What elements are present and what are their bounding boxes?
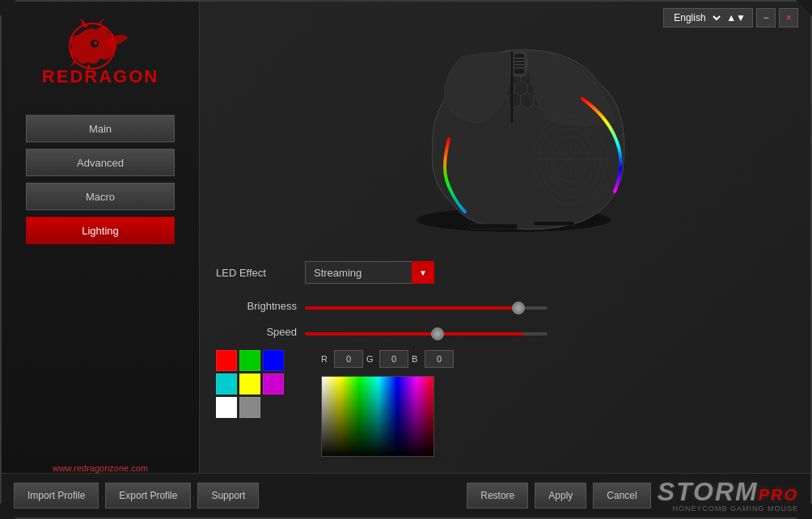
led-effect-row: LED Effect Static Breathing Wave Streami… [216,261,794,284]
logo-area: REDRAGON [2,2,199,115]
import-profile-button[interactable]: Import Profile [14,483,99,508]
storm-subtitle: HONEYCOMB GAMING MOUSE [672,504,798,513]
svg-rect-48 [322,377,434,457]
speed-slider-container [305,324,548,339]
apply-button[interactable]: Apply [535,483,586,508]
restore-button[interactable]: Restore [467,483,528,508]
bottom-bar: Import Profile Export Profile Support Re… [2,473,810,517]
speed-label: Speed [216,326,297,338]
nav-btn-lighting[interactable]: Lighting [26,217,175,244]
led-select-wrapper: Static Breathing Wave Streaming Reactive… [305,261,434,284]
svg-rect-30 [514,54,524,74]
g-label: G [366,354,376,364]
swatch-white[interactable] [216,397,237,418]
nav-buttons: Main Advanced Macro Lighting [2,115,199,244]
swatch-yellow[interactable] [239,373,260,395]
main-content: LED Effect Static Breathing Wave Streami… [200,2,810,473]
support-button[interactable]: Support [197,483,259,508]
language-dropdown[interactable]: English Chinese German [670,11,723,24]
storm-brand: STORMPRO HONEYCOMB GAMING MOUSE [658,479,798,513]
swatch-cyan[interactable] [216,373,237,395]
storm-text: STORMPRO [658,477,798,506]
brightness-label: Brightness [216,300,297,312]
svg-rect-46 [534,222,574,226]
color-picker-section: R G B [216,350,794,457]
language-selector[interactable]: English Chinese German ▲▼ [663,8,753,27]
swatch-magenta[interactable] [263,373,284,395]
g-input[interactable] [379,350,408,368]
brightness-slider[interactable] [305,306,548,310]
speed-slider[interactable] [305,332,548,335]
color-picker-canvas[interactable] [321,376,434,457]
r-label: R [321,354,331,364]
mouse-svg [364,34,647,244]
b-input[interactable] [425,350,454,368]
swatch-blue[interactable] [263,350,284,371]
swatch-gray[interactable] [239,397,260,418]
swatch-red[interactable] [216,350,237,371]
rgb-picker-panel: R G B [321,350,454,457]
svg-rect-45 [469,224,518,229]
r-input[interactable] [334,350,363,368]
rgb-inputs: R G B [321,350,454,368]
export-profile-button[interactable]: Export Profile [105,483,191,508]
top-bar: English Chinese German ▲▼ − × [663,8,798,27]
nav-btn-advanced[interactable]: Advanced [26,149,175,176]
mouse-image-area [352,26,659,252]
sidebar: REDRAGON Main Advanced Macro Lighting ww… [2,2,200,517]
app-window: English Chinese German ▲▼ − × [0,0,812,519]
storm-title: STORMPRO [658,479,798,504]
controls-area: LED Effect Static Breathing Wave Streami… [216,261,794,457]
nav-btn-main[interactable]: Main [26,115,175,142]
website-text: www.redragonzone.com [53,463,148,473]
cancel-button[interactable]: Cancel [593,483,650,508]
led-effect-label: LED Effect [216,267,297,279]
close-button[interactable]: × [779,8,798,27]
brightness-row: Brightness [216,298,794,313]
speed-row: Speed [216,324,794,339]
brightness-slider-container [305,298,548,313]
redragon-logo: REDRAGON [32,18,169,91]
swatch-green[interactable] [239,350,260,371]
b-label: B [412,354,421,364]
nav-btn-macro[interactable]: Macro [26,183,175,210]
color-swatches [216,350,305,418]
minimize-button[interactable]: − [756,8,776,27]
svg-point-2 [94,41,97,44]
led-effect-select[interactable]: Static Breathing Wave Streaming Reactive… [305,261,434,284]
svg-text:REDRAGON: REDRAGON [42,66,159,86]
